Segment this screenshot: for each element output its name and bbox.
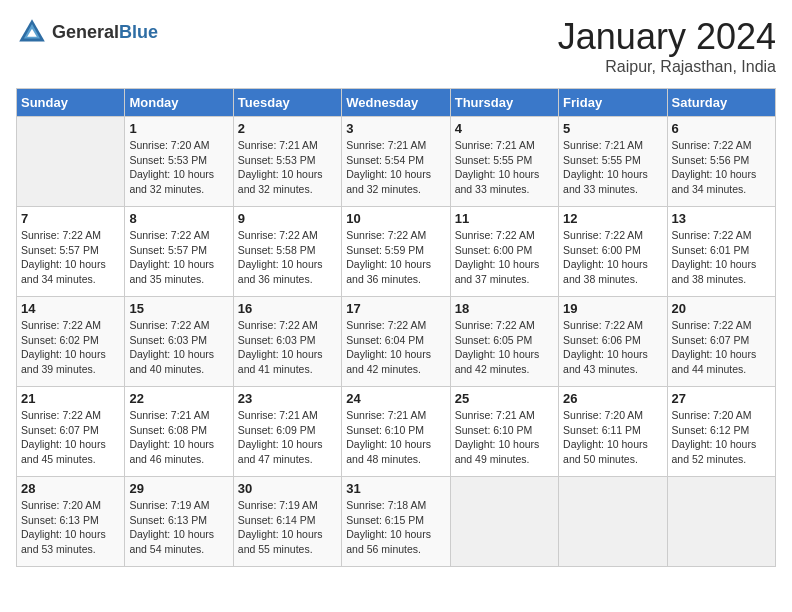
calendar-cell bbox=[667, 477, 775, 567]
day-number: 21 bbox=[21, 391, 120, 406]
day-info: Sunrise: 7:22 AMSunset: 6:03 PMDaylight:… bbox=[238, 318, 337, 377]
day-info: Sunrise: 7:20 AMSunset: 6:13 PMDaylight:… bbox=[21, 498, 120, 557]
day-info: Sunrise: 7:22 AMSunset: 5:57 PMDaylight:… bbox=[21, 228, 120, 287]
day-info: Sunrise: 7:20 AMSunset: 6:11 PMDaylight:… bbox=[563, 408, 662, 467]
day-info: Sunrise: 7:21 AMSunset: 6:10 PMDaylight:… bbox=[455, 408, 554, 467]
day-info: Sunrise: 7:20 AMSunset: 5:53 PMDaylight:… bbox=[129, 138, 228, 197]
calendar-cell: 30Sunrise: 7:19 AMSunset: 6:14 PMDayligh… bbox=[233, 477, 341, 567]
day-info: Sunrise: 7:22 AMSunset: 6:04 PMDaylight:… bbox=[346, 318, 445, 377]
calendar-cell: 18Sunrise: 7:22 AMSunset: 6:05 PMDayligh… bbox=[450, 297, 558, 387]
calendar-cell: 16Sunrise: 7:22 AMSunset: 6:03 PMDayligh… bbox=[233, 297, 341, 387]
day-number: 31 bbox=[346, 481, 445, 496]
calendar-week-row: 28Sunrise: 7:20 AMSunset: 6:13 PMDayligh… bbox=[17, 477, 776, 567]
calendar-cell bbox=[559, 477, 667, 567]
day-number: 25 bbox=[455, 391, 554, 406]
day-number: 2 bbox=[238, 121, 337, 136]
day-number: 29 bbox=[129, 481, 228, 496]
day-number: 6 bbox=[672, 121, 771, 136]
calendar-cell: 8Sunrise: 7:22 AMSunset: 5:57 PMDaylight… bbox=[125, 207, 233, 297]
day-info: Sunrise: 7:21 AMSunset: 5:53 PMDaylight:… bbox=[238, 138, 337, 197]
weekday-header-thursday: Thursday bbox=[450, 89, 558, 117]
day-number: 19 bbox=[563, 301, 662, 316]
calendar-week-row: 7Sunrise: 7:22 AMSunset: 5:57 PMDaylight… bbox=[17, 207, 776, 297]
day-number: 10 bbox=[346, 211, 445, 226]
day-number: 16 bbox=[238, 301, 337, 316]
calendar-cell: 27Sunrise: 7:20 AMSunset: 6:12 PMDayligh… bbox=[667, 387, 775, 477]
calendar-cell: 5Sunrise: 7:21 AMSunset: 5:55 PMDaylight… bbox=[559, 117, 667, 207]
day-info: Sunrise: 7:21 AMSunset: 5:55 PMDaylight:… bbox=[563, 138, 662, 197]
day-number: 20 bbox=[672, 301, 771, 316]
calendar-week-row: 21Sunrise: 7:22 AMSunset: 6:07 PMDayligh… bbox=[17, 387, 776, 477]
day-number: 9 bbox=[238, 211, 337, 226]
calendar-week-row: 14Sunrise: 7:22 AMSunset: 6:02 PMDayligh… bbox=[17, 297, 776, 387]
day-info: Sunrise: 7:19 AMSunset: 6:14 PMDaylight:… bbox=[238, 498, 337, 557]
calendar-cell: 22Sunrise: 7:21 AMSunset: 6:08 PMDayligh… bbox=[125, 387, 233, 477]
day-number: 24 bbox=[346, 391, 445, 406]
month-year-title: January 2024 bbox=[558, 16, 776, 58]
day-number: 18 bbox=[455, 301, 554, 316]
day-number: 3 bbox=[346, 121, 445, 136]
weekday-header-sunday: Sunday bbox=[17, 89, 125, 117]
calendar-cell: 12Sunrise: 7:22 AMSunset: 6:00 PMDayligh… bbox=[559, 207, 667, 297]
day-info: Sunrise: 7:21 AMSunset: 5:54 PMDaylight:… bbox=[346, 138, 445, 197]
day-info: Sunrise: 7:22 AMSunset: 5:57 PMDaylight:… bbox=[129, 228, 228, 287]
calendar-cell: 1Sunrise: 7:20 AMSunset: 5:53 PMDaylight… bbox=[125, 117, 233, 207]
day-number: 14 bbox=[21, 301, 120, 316]
calendar-cell: 14Sunrise: 7:22 AMSunset: 6:02 PMDayligh… bbox=[17, 297, 125, 387]
day-info: Sunrise: 7:22 AMSunset: 5:58 PMDaylight:… bbox=[238, 228, 337, 287]
calendar-cell: 20Sunrise: 7:22 AMSunset: 6:07 PMDayligh… bbox=[667, 297, 775, 387]
calendar-cell: 29Sunrise: 7:19 AMSunset: 6:13 PMDayligh… bbox=[125, 477, 233, 567]
logo-icon bbox=[16, 16, 48, 48]
calendar-cell: 13Sunrise: 7:22 AMSunset: 6:01 PMDayligh… bbox=[667, 207, 775, 297]
calendar-cell: 15Sunrise: 7:22 AMSunset: 6:03 PMDayligh… bbox=[125, 297, 233, 387]
day-info: Sunrise: 7:22 AMSunset: 6:05 PMDaylight:… bbox=[455, 318, 554, 377]
logo-general-text: General bbox=[52, 22, 119, 42]
day-info: Sunrise: 7:21 AMSunset: 6:08 PMDaylight:… bbox=[129, 408, 228, 467]
calendar-cell: 31Sunrise: 7:18 AMSunset: 6:15 PMDayligh… bbox=[342, 477, 450, 567]
day-number: 8 bbox=[129, 211, 228, 226]
day-info: Sunrise: 7:22 AMSunset: 6:03 PMDaylight:… bbox=[129, 318, 228, 377]
calendar-week-row: 1Sunrise: 7:20 AMSunset: 5:53 PMDaylight… bbox=[17, 117, 776, 207]
calendar-cell: 25Sunrise: 7:21 AMSunset: 6:10 PMDayligh… bbox=[450, 387, 558, 477]
day-number: 7 bbox=[21, 211, 120, 226]
calendar-cell: 21Sunrise: 7:22 AMSunset: 6:07 PMDayligh… bbox=[17, 387, 125, 477]
day-number: 1 bbox=[129, 121, 228, 136]
calendar-cell bbox=[17, 117, 125, 207]
calendar-cell: 24Sunrise: 7:21 AMSunset: 6:10 PMDayligh… bbox=[342, 387, 450, 477]
calendar-cell: 26Sunrise: 7:20 AMSunset: 6:11 PMDayligh… bbox=[559, 387, 667, 477]
page-header: GeneralBlue January 2024 Raipur, Rajasth… bbox=[16, 16, 776, 76]
calendar-cell: 6Sunrise: 7:22 AMSunset: 5:56 PMDaylight… bbox=[667, 117, 775, 207]
day-number: 23 bbox=[238, 391, 337, 406]
day-number: 28 bbox=[21, 481, 120, 496]
weekday-header-wednesday: Wednesday bbox=[342, 89, 450, 117]
title-block: January 2024 Raipur, Rajasthan, India bbox=[558, 16, 776, 76]
day-info: Sunrise: 7:22 AMSunset: 5:59 PMDaylight:… bbox=[346, 228, 445, 287]
calendar-header-row: SundayMondayTuesdayWednesdayThursdayFrid… bbox=[17, 89, 776, 117]
day-number: 22 bbox=[129, 391, 228, 406]
day-number: 13 bbox=[672, 211, 771, 226]
day-number: 11 bbox=[455, 211, 554, 226]
day-info: Sunrise: 7:19 AMSunset: 6:13 PMDaylight:… bbox=[129, 498, 228, 557]
weekday-header-friday: Friday bbox=[559, 89, 667, 117]
day-number: 17 bbox=[346, 301, 445, 316]
day-info: Sunrise: 7:22 AMSunset: 6:06 PMDaylight:… bbox=[563, 318, 662, 377]
calendar-cell: 9Sunrise: 7:22 AMSunset: 5:58 PMDaylight… bbox=[233, 207, 341, 297]
logo-blue-text: Blue bbox=[119, 22, 158, 42]
day-info: Sunrise: 7:22 AMSunset: 5:56 PMDaylight:… bbox=[672, 138, 771, 197]
day-info: Sunrise: 7:21 AMSunset: 6:09 PMDaylight:… bbox=[238, 408, 337, 467]
location-subtitle: Raipur, Rajasthan, India bbox=[558, 58, 776, 76]
calendar-cell: 7Sunrise: 7:22 AMSunset: 5:57 PMDaylight… bbox=[17, 207, 125, 297]
weekday-header-monday: Monday bbox=[125, 89, 233, 117]
day-number: 30 bbox=[238, 481, 337, 496]
day-number: 12 bbox=[563, 211, 662, 226]
day-info: Sunrise: 7:22 AMSunset: 6:07 PMDaylight:… bbox=[672, 318, 771, 377]
day-info: Sunrise: 7:21 AMSunset: 6:10 PMDaylight:… bbox=[346, 408, 445, 467]
calendar-table: SundayMondayTuesdayWednesdayThursdayFrid… bbox=[16, 88, 776, 567]
day-number: 4 bbox=[455, 121, 554, 136]
day-info: Sunrise: 7:22 AMSunset: 6:00 PMDaylight:… bbox=[455, 228, 554, 287]
calendar-cell: 11Sunrise: 7:22 AMSunset: 6:00 PMDayligh… bbox=[450, 207, 558, 297]
day-info: Sunrise: 7:21 AMSunset: 5:55 PMDaylight:… bbox=[455, 138, 554, 197]
day-number: 26 bbox=[563, 391, 662, 406]
calendar-cell: 28Sunrise: 7:20 AMSunset: 6:13 PMDayligh… bbox=[17, 477, 125, 567]
calendar-cell bbox=[450, 477, 558, 567]
